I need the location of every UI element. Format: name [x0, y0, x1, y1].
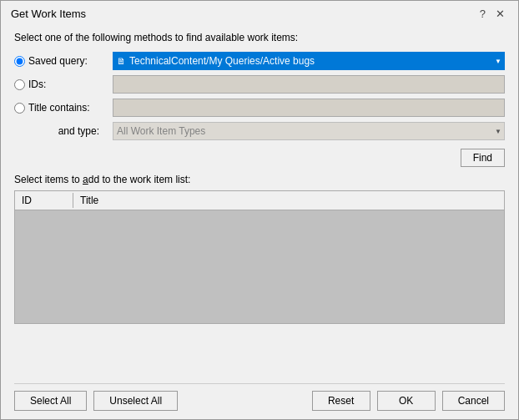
dialog-title: Get Work Items — [11, 8, 86, 20]
title-bar-controls: ? ✕ — [476, 8, 508, 19]
items-table-body — [15, 210, 504, 321]
items-table-header: ID Title — [15, 191, 504, 210]
ids-radio[interactable] — [14, 79, 25, 90]
cancel-button[interactable]: Cancel — [442, 391, 505, 411]
items-section: Select items to add to the work item lis… — [14, 174, 505, 324]
help-button[interactable]: ? — [476, 8, 489, 19]
dialog-content: Select one of the following methods to f… — [1, 23, 518, 383]
col-title-header: Title — [73, 193, 504, 208]
section1-label: Select one of the following methods to f… — [14, 32, 505, 43]
ids-radio-label[interactable]: IDs: — [14, 78, 106, 90]
ids-row: IDs: — [14, 75, 505, 94]
title-bar: Get Work Items ? ✕ — [1, 1, 518, 23]
title-contains-label: Title contains: — [28, 102, 90, 114]
saved-query-radio-label[interactable]: Saved query: — [14, 55, 106, 67]
saved-query-label: Saved query: — [28, 55, 88, 67]
select-all-button[interactable]: Select All — [14, 391, 87, 411]
title-contains-radio[interactable] — [14, 103, 25, 114]
saved-query-value: TechnicalContent/My Queries/Active bugs — [129, 55, 315, 67]
bottom-right-buttons: Reset OK Cancel — [312, 391, 505, 411]
close-button[interactable]: ✕ — [492, 8, 508, 19]
items-table-container: ID Title — [14, 190, 505, 324]
unselect-all-button[interactable]: Unselect All — [93, 391, 178, 411]
col-id-header: ID — [15, 193, 73, 208]
and-type-label: and type: — [14, 125, 106, 137]
form-area: Saved query: 🗎 TechnicalContent/My Queri… — [14, 52, 505, 167]
and-type-dropdown-wrapper: All Work Item Types — [113, 122, 505, 140]
and-type-row: and type: All Work Item Types — [14, 122, 505, 140]
saved-query-wrapper: 🗎 TechnicalContent/My Queries/Active bug… — [113, 52, 505, 70]
bottom-left-buttons: Select All Unselect All — [14, 391, 178, 411]
bottom-buttons: Select All Unselect All Reset OK Cancel — [1, 384, 518, 419]
saved-query-radio[interactable] — [14, 56, 25, 67]
and-type-select[interactable]: All Work Item Types — [113, 122, 505, 140]
items-label: Select items to add to the work item lis… — [14, 174, 505, 185]
title-contains-row: Title contains: — [14, 99, 505, 117]
folder-icon: 🗎 — [117, 56, 126, 66]
title-contains-radio-label[interactable]: Title contains: — [14, 102, 106, 114]
find-button[interactable]: Find — [461, 149, 505, 167]
reset-button[interactable]: Reset — [312, 391, 370, 411]
get-work-items-dialog: Get Work Items ? ✕ Select one of the fol… — [0, 0, 519, 420]
find-row: Find — [14, 149, 505, 167]
title-contains-input[interactable] — [113, 99, 505, 117]
saved-query-row: Saved query: 🗎 TechnicalContent/My Queri… — [14, 52, 505, 70]
ids-label: IDs: — [28, 78, 46, 90]
ok-button[interactable]: OK — [377, 391, 436, 411]
saved-query-display[interactable]: 🗎 TechnicalContent/My Queries/Active bug… — [113, 52, 505, 70]
ids-input[interactable] — [113, 75, 505, 94]
